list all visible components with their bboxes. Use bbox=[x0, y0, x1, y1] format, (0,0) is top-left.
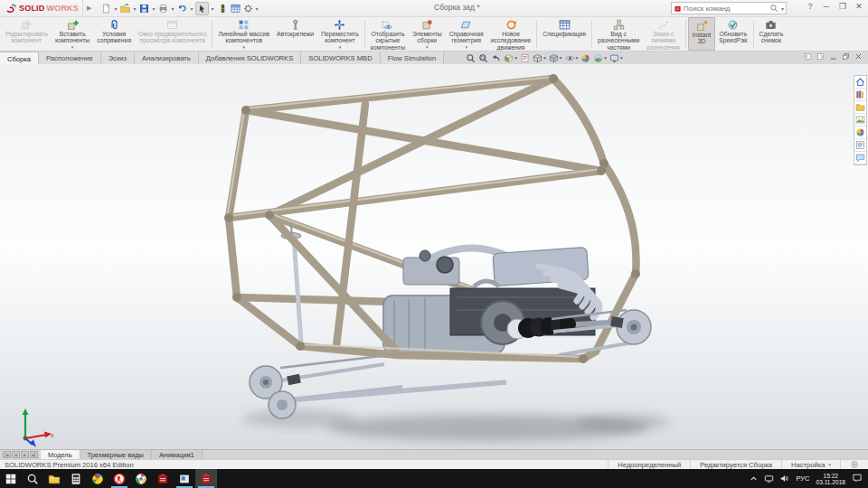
undo-dropdown-caret[interactable]: ▾ bbox=[190, 5, 193, 12]
taskbar-tb-solidworks[interactable] bbox=[152, 469, 174, 488]
search-dropdown-caret[interactable]: ▾ bbox=[781, 5, 784, 12]
taskbar-win-start[interactable] bbox=[0, 469, 22, 488]
annotation-views-button[interactable] bbox=[520, 53, 530, 63]
doctab-nav-3[interactable]: ▸| bbox=[30, 451, 38, 458]
options-gear-button[interactable] bbox=[242, 3, 254, 14]
hide-show-items-button[interactable]: ▾ bbox=[565, 53, 579, 63]
chassis-assembly-model[interactable] bbox=[0, 64, 868, 449]
section-view-dropdown-caret[interactable]: ▾ bbox=[514, 55, 517, 61]
command-search[interactable]: ▾ bbox=[671, 2, 787, 14]
taskbar-tb-search[interactable] bbox=[22, 469, 43, 488]
search-input[interactable] bbox=[684, 5, 768, 13]
section-view-button[interactable]: ▾ bbox=[504, 53, 517, 63]
notification-center-button[interactable] bbox=[852, 471, 863, 487]
ribbon-dropdown-caret[interactable]: ▾ bbox=[465, 45, 467, 50]
tab-сборка[interactable]: Сборка bbox=[0, 52, 39, 64]
display-style-button[interactable]: ▾ bbox=[549, 53, 562, 63]
xpress-products-button[interactable] bbox=[217, 3, 229, 14]
taskpane-file-explorer[interactable] bbox=[854, 101, 866, 114]
taskbar-tb-explorer[interactable] bbox=[43, 469, 65, 488]
engine-gearbox[interactable] bbox=[383, 247, 599, 353]
edit-appearance-button[interactable] bbox=[580, 53, 590, 63]
ribbon-dropdown-caret[interactable]: ▾ bbox=[71, 45, 74, 50]
ribbon-reference-geometry[interactable]: Справочнаягеометрия▾ bbox=[446, 17, 487, 51]
ribbon-linear-pattern[interactable]: Линейный массивкомпонентов▾ bbox=[214, 17, 273, 51]
taskbar-tb-solidworks-active[interactable] bbox=[195, 469, 217, 488]
doc-minimize-button[interactable] bbox=[829, 48, 837, 64]
view-settings-button[interactable]: ▾ bbox=[609, 53, 623, 63]
undo-button[interactable] bbox=[176, 3, 188, 14]
bom-table-button[interactable] bbox=[230, 3, 241, 14]
ribbon-take-snapshot[interactable]: Сделатьснимок bbox=[756, 17, 788, 51]
options-gear-dropdown-caret[interactable]: ▾ bbox=[256, 5, 259, 12]
status-tag-button[interactable] bbox=[840, 460, 868, 469]
tab-добавления-solidworks[interactable]: Добавления SOLIDWORKS bbox=[199, 52, 302, 64]
tray-chevron-button[interactable] bbox=[749, 471, 759, 487]
doctab-трехмерные-виды[interactable]: Трехмерные виды bbox=[80, 450, 152, 459]
taskpane-appearances[interactable] bbox=[854, 127, 866, 139]
language-indicator[interactable]: РУС bbox=[796, 474, 809, 483]
zoom-fit-button[interactable] bbox=[466, 53, 476, 63]
doctab-модель[interactable]: Модель bbox=[41, 450, 80, 459]
ribbon-motion-study[interactable]: Новоеисследованиедвижения bbox=[487, 17, 535, 51]
close-button[interactable]: ✕ bbox=[854, 2, 864, 11]
taskbar-clock[interactable]: 15:22 03.11.2018 bbox=[816, 473, 845, 485]
ribbon-assembly-features[interactable]: Элементысборки▾ bbox=[409, 17, 446, 51]
taskbar-tb-yandex-browser[interactable] bbox=[108, 469, 130, 488]
taskpane-forum[interactable] bbox=[854, 152, 866, 164]
apply-scene-dropdown-caret[interactable]: ▾ bbox=[604, 55, 607, 61]
print-button[interactable] bbox=[157, 3, 169, 14]
status-dropdown-caret[interactable]: ▾ bbox=[828, 462, 831, 467]
taskpane-view-palette[interactable] bbox=[854, 114, 866, 127]
hide-show-items-dropdown-caret[interactable]: ▾ bbox=[576, 55, 579, 61]
taskpane-custom-properties[interactable] bbox=[854, 139, 866, 152]
display-style-dropdown-caret[interactable]: ▾ bbox=[560, 55, 562, 61]
doc-restore-button[interactable] bbox=[842, 48, 850, 64]
toolbar-flyout-arrow[interactable]: ▶ bbox=[87, 5, 91, 12]
open-folder-button[interactable] bbox=[119, 3, 131, 14]
open-folder-dropdown-caret[interactable]: ▾ bbox=[133, 5, 136, 12]
restore-button[interactable]: ❐ bbox=[837, 2, 848, 11]
ribbon-show-hidden-components[interactable]: Отобразитьскрытыекомпоненты bbox=[367, 17, 409, 51]
view-settings-dropdown-caret[interactable]: ▾ bbox=[620, 55, 623, 61]
doc-close-button[interactable] bbox=[854, 48, 863, 64]
save-button[interactable] bbox=[138, 3, 150, 14]
ribbon-dropdown-caret[interactable]: ▾ bbox=[243, 45, 246, 50]
ribbon-dropdown-caret[interactable]: ▾ bbox=[339, 45, 342, 50]
ribbon-exploded-view[interactable]: Вид сразнесеннымичастями bbox=[594, 17, 643, 51]
doctab-nav-2[interactable]: ▸ bbox=[21, 451, 29, 458]
zoom-area-button[interactable] bbox=[478, 53, 488, 63]
select-cursor-dropdown-caret[interactable]: ▾ bbox=[211, 5, 213, 12]
minimize-button[interactable]: ─ bbox=[821, 2, 832, 11]
tab-эскиз[interactable]: Эскиз bbox=[101, 52, 135, 64]
search-icon[interactable] bbox=[769, 4, 778, 13]
ribbon-instant3d[interactable]: Instant3D bbox=[688, 17, 715, 51]
view-orientation-dropdown-caret[interactable]: ▾ bbox=[543, 55, 546, 61]
view-orientation-button[interactable]: ▾ bbox=[533, 53, 546, 63]
print-dropdown-caret[interactable]: ▾ bbox=[171, 5, 174, 12]
ribbon-dropdown-caret[interactable]: ▾ bbox=[426, 45, 429, 50]
ribbon-smart-fasteners[interactable]: Автокрепежи bbox=[273, 17, 317, 51]
taskbar-tb-yandex-app[interactable] bbox=[87, 469, 108, 488]
previous-view-button[interactable] bbox=[491, 53, 501, 63]
tab-solidworks-mbd[interactable]: SOLIDWORKS MBD bbox=[301, 52, 380, 64]
tab-анализировать[interactable]: Анализировать bbox=[135, 52, 199, 64]
ribbon-move-component[interactable]: Переместитькомпонент▾ bbox=[317, 17, 363, 51]
tab-flow-simulation[interactable]: Flow Simulation bbox=[381, 52, 445, 64]
save-dropdown-caret[interactable]: ▾ bbox=[152, 5, 155, 12]
ribbon-update-speedpak[interactable]: ОбновитьSpeedPak bbox=[715, 17, 750, 51]
doctab-nav-1[interactable]: ◂ bbox=[12, 451, 20, 458]
taskbar-tb-chrome[interactable] bbox=[130, 469, 152, 488]
doctab-nav-0[interactable]: |◂ bbox=[3, 451, 11, 458]
doctab-анимация1[interactable]: Анимация1 bbox=[152, 450, 203, 459]
tray-display-button[interactable] bbox=[764, 471, 774, 487]
ribbon-insert-components[interactable]: Вставитькомпоненты▾ bbox=[52, 17, 93, 51]
tab-расположение[interactable]: Расположение bbox=[39, 52, 101, 64]
ribbon-bom-spec[interactable]: Спецификация bbox=[539, 17, 590, 51]
new-document-dropdown-caret[interactable]: ▾ bbox=[114, 5, 117, 12]
graphics-area[interactable]: x bbox=[0, 64, 868, 449]
taskpane-home[interactable] bbox=[854, 76, 866, 89]
status-item-2[interactable]: Настройка▾ bbox=[781, 460, 840, 469]
taskbar-tb-window-app[interactable] bbox=[174, 469, 195, 488]
tray-volume-button[interactable] bbox=[779, 471, 789, 487]
